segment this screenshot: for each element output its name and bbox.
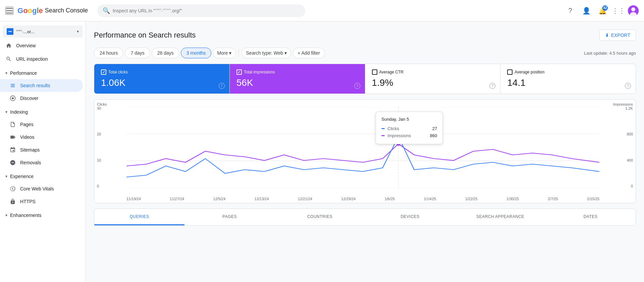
account-button[interactable]: 👤: [580, 4, 593, 17]
filter-separator: [238, 49, 239, 57]
chevron-icon: ▾: [284, 50, 287, 56]
nav-section-enhancements: ▾ Enhancements: [0, 209, 86, 221]
nav-section-indexing: ▾ Indexing Pages Videos Sitemaps: [0, 106, 86, 169]
tooltip-value-clicks: 27: [432, 126, 437, 131]
chevron-icon: ▾: [229, 50, 231, 56]
metric-checkbox-clicks[interactable]: [101, 69, 106, 75]
main-content: Performance on Search results ⬇ EXPORT 2…: [86, 21, 644, 282]
filter-more[interactable]: More ▾: [213, 48, 236, 58]
apps-button[interactable]: ⋮⋮: [612, 4, 625, 17]
chevron-icon: ▾: [5, 110, 7, 114]
search-type-filter[interactable]: Search type: Web ▾: [241, 48, 291, 58]
export-label: EXPORT: [611, 33, 630, 38]
sidebar-item-label-url-inspection: URL inspection: [16, 56, 48, 62]
account-icon: 👤: [582, 7, 591, 15]
sidebar-item-removals[interactable]: Removals: [0, 156, 83, 169]
sidebar-section-label-experience: Experience: [10, 174, 34, 179]
add-filter-button[interactable]: + Add filter: [292, 48, 325, 58]
tab-pages[interactable]: PAGES: [184, 209, 275, 225]
metric-help-impressions[interactable]: ?: [354, 83, 360, 89]
videos-icon: [9, 134, 16, 140]
nav-section-performance: ▾ Performance Search results Discover: [0, 67, 86, 105]
tab-countries[interactable]: COUNTRIES: [275, 209, 365, 225]
avatar[interactable]: [628, 5, 639, 16]
sidebar-item-label-core-web-vitals: Core Web Vitals: [20, 186, 54, 191]
url-search-input[interactable]: [113, 8, 300, 13]
sidebar-item-videos[interactable]: Videos: [0, 131, 83, 144]
metric-card-total-clicks[interactable]: Total clicks 1.06K ?: [94, 64, 230, 94]
page-header: Performance on Search results ⬇ EXPORT: [94, 30, 636, 41]
app-title: Search Console: [45, 7, 88, 14]
help-icon: ?: [568, 7, 572, 14]
search-results-icon: [9, 82, 16, 89]
property-selector[interactable]: ˈˈ'ˈˈ·...or... ▾: [3, 25, 83, 38]
search-icon: [5, 56, 12, 62]
tab-search-appearance[interactable]: SEARCH APPEARANCE: [455, 209, 545, 225]
last-update-text: Last update: 4.5 hours ago: [584, 51, 636, 56]
url-search-bar[interactable]: 🔍: [97, 4, 305, 17]
chevron-down-icon: ▾: [77, 29, 79, 34]
sidebar-item-label-discover: Discover: [20, 96, 38, 101]
sidebar-section-label-indexing: Indexing: [10, 109, 28, 115]
metric-help-clicks[interactable]: ?: [219, 83, 225, 89]
sidebar-item-pages[interactable]: Pages: [0, 118, 83, 131]
sidebar-item-label-https: HTTPS: [20, 199, 36, 204]
notifications-button[interactable]: 🔔 42: [596, 4, 609, 17]
chart-svg-wrapper[interactable]: [126, 107, 599, 188]
tab-dates[interactable]: DATES: [545, 209, 636, 225]
chart-tooltip: Sunday, Jan 5 Clicks 27 Impressions 860: [376, 112, 443, 144]
chart-x-labels: 11/19/24 11/27/24 12/5/24 12/13/24 12/21…: [126, 197, 599, 201]
svg-point-1: [631, 7, 635, 11]
removals-icon: [9, 159, 16, 166]
chart-svg: [126, 107, 599, 188]
property-icon: [7, 28, 13, 35]
sidebar-item-label-pages: Pages: [20, 122, 34, 127]
chevron-icon-enhancements: ▾: [5, 213, 7, 218]
filter-24hours[interactable]: 24 hours: [94, 48, 123, 58]
property-name: ˈˈ'ˈˈ·...or...: [16, 29, 74, 34]
google-logo: Google: [17, 6, 43, 15]
help-button[interactable]: ?: [564, 4, 577, 17]
metric-label-ctr: Average CTR: [379, 70, 404, 74]
metric-help-position[interactable]: ?: [625, 83, 631, 89]
tab-devices[interactable]: DEVICES: [365, 209, 455, 225]
metric-checkbox-impressions[interactable]: [236, 69, 242, 75]
metric-checkbox-ctr[interactable]: [372, 69, 377, 75]
metric-value-ctr: 1.9%: [372, 77, 494, 88]
filter-3months[interactable]: 3 months: [181, 48, 212, 58]
sidebar-section-enhancements[interactable]: ▾ Enhancements: [0, 209, 86, 221]
tooltip-dot-clicks: [381, 128, 385, 129]
sidebar-section-indexing[interactable]: ▾ Indexing: [0, 106, 86, 118]
sidebar-item-discover[interactable]: Discover: [0, 92, 83, 105]
sidebar-section-experience[interactable]: ▾ Experience: [0, 170, 86, 182]
metric-help-ctr[interactable]: ?: [489, 83, 495, 89]
sidebar-item-search-results[interactable]: Search results: [0, 79, 83, 92]
tooltip-metric-impressions: Impressions: [387, 133, 427, 138]
app-body: ˈˈ'ˈˈ·...or... ▾ Overview URL inspection…: [0, 21, 644, 282]
metric-card-total-impressions[interactable]: Total impressions 56K ?: [230, 64, 365, 94]
bottom-tabs: QUERIES PAGES COUNTRIES DEVICES SEARCH A…: [94, 209, 636, 226]
home-icon: [5, 42, 12, 49]
nav-section-experience: ▾ Experience Core Web Vitals HTTPS: [0, 170, 86, 208]
sidebar-item-core-web-vitals[interactable]: Core Web Vitals: [0, 182, 83, 195]
hamburger-menu-button[interactable]: [5, 7, 13, 15]
sidebar-item-https[interactable]: HTTPS: [0, 195, 83, 208]
tooltip-row-clicks: Clicks 27: [381, 125, 437, 132]
filter-7days[interactable]: 7 days: [125, 48, 150, 58]
sidebar-item-overview[interactable]: Overview: [0, 39, 83, 52]
tab-queries[interactable]: QUERIES: [94, 209, 184, 225]
sidebar-section-performance[interactable]: ▾ Performance: [0, 67, 86, 79]
metric-card-average-ctr[interactable]: Average CTR 1.9% ?: [365, 64, 501, 94]
filter-28days[interactable]: 28 days: [152, 48, 179, 58]
metric-card-average-position[interactable]: Average position 14.1 ?: [500, 64, 636, 94]
sidebar: ˈˈ'ˈˈ·...or... ▾ Overview URL inspection…: [0, 21, 86, 282]
sidebar-item-sitemaps[interactable]: Sitemaps: [0, 144, 83, 156]
metric-checkbox-position[interactable]: [507, 69, 513, 75]
chart-y-labels-right: 1.2K 800 400 0: [615, 105, 636, 189]
https-icon: [9, 198, 16, 205]
export-button[interactable]: ⬇ EXPORT: [599, 30, 636, 41]
chart-container[interactable]: Clicks Impressions 30 20 10 0 1.2K 800 4…: [94, 99, 636, 203]
sidebar-item-url-inspection[interactable]: URL inspection: [0, 52, 83, 66]
sidebar-item-label-search-results: Search results: [20, 83, 50, 88]
metric-header: Average CTR: [372, 69, 494, 75]
